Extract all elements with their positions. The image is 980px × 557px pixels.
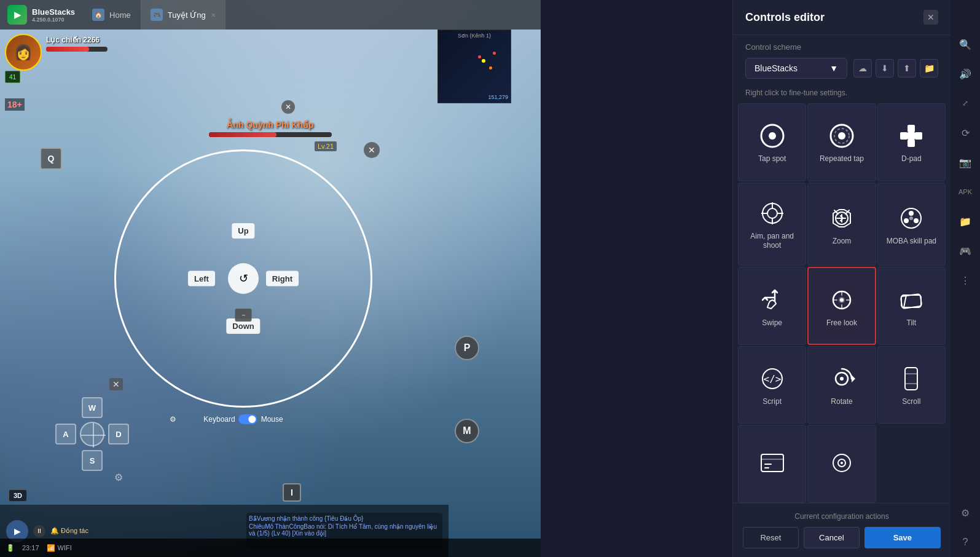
- sidebar-fullscreen-icon[interactable]: ⤢: [955, 93, 975, 113]
- control-script[interactable]: </> Script: [738, 346, 806, 424]
- sidebar-rotate-icon[interactable]: ⟳: [955, 123, 975, 143]
- sidebar-help-icon[interactable]: ?: [955, 532, 975, 552]
- scheme-cloud-icon[interactable]: ☁: [853, 59, 872, 77]
- notification-close[interactable]: ✕: [281, 100, 295, 114]
- control-free-look[interactable]: Free look: [807, 267, 876, 345]
- control-rotate[interactable]: Rotate: [807, 346, 876, 424]
- reset-button[interactable]: Reset: [743, 527, 799, 548]
- chat-line-2: ChiêuMô ThànCôngBao nói: Di Tích Hổ Tâm,…: [249, 523, 440, 537]
- wasd-w-btn[interactable]: W: [82, 397, 103, 418]
- sidebar-gamepad-icon[interactable]: 🎮: [955, 241, 975, 261]
- logo-text: BlueStacks 4.250.0.1070: [32, 7, 75, 23]
- dpad-minus-btn[interactable]: －: [235, 309, 252, 322]
- logo-icon: ▶: [7, 5, 27, 25]
- sidebar-search-icon[interactable]: 🔍: [955, 34, 975, 54]
- control-zoom[interactable]: Zoom: [807, 183, 876, 266]
- wasd-settings-icon[interactable]: ⚙: [114, 472, 123, 483]
- sidebar-screenshot-icon[interactable]: 📷: [955, 152, 975, 172]
- player-avatar: 👩: [5, 34, 42, 71]
- player-hp-fill: [46, 47, 89, 52]
- keyboard-mouse-switch[interactable]: [239, 414, 257, 424]
- tab-close-icon[interactable]: ✕: [211, 12, 216, 18]
- svg-line-28: [904, 295, 906, 307]
- control-repeated-tap[interactable]: Repeated tap: [807, 103, 876, 181]
- dpad-circle-overlay: ✕ Up Down Left Right ↺ － ⚙ Keyboard Mous…: [114, 149, 372, 408]
- pause-button[interactable]: ⏸: [33, 525, 45, 537]
- dpad-up-btn[interactable]: Up: [232, 223, 254, 239]
- game-icon: 🎮: [151, 9, 163, 21]
- i-button[interactable]: I: [283, 483, 301, 502]
- script-label: Script: [762, 397, 782, 407]
- wasd-close-icon[interactable]: ✕: [109, 378, 123, 390]
- app-version: 4.250.0.1070: [32, 17, 75, 23]
- moba-skill-pad-label: MOBA skill pad: [887, 237, 936, 247]
- m-button[interactable]: M: [455, 419, 479, 443]
- wasd-a-btn[interactable]: A: [55, 424, 76, 444]
- extra-1-icon: [759, 449, 786, 476]
- scheme-upload-icon[interactable]: ⬆: [898, 59, 916, 77]
- svg-point-42: [841, 462, 843, 464]
- sidebar-volume-icon[interactable]: 🔊: [955, 64, 975, 84]
- scheme-dropdown[interactable]: BlueStacks ▼: [745, 58, 847, 79]
- swipe-label: Swipe: [762, 318, 782, 328]
- free-look-icon: [828, 286, 855, 314]
- cancel-button[interactable]: Cancel: [804, 527, 860, 548]
- q-button[interactable]: Q: [40, 148, 62, 170]
- enemy-level: Lv.21: [315, 141, 337, 151]
- chat-text-1: BắVương nhận thành công {Tiêu Đầu Ôp}: [249, 515, 363, 522]
- wasd-d-btn[interactable]: D: [108, 424, 129, 444]
- bottom-status: 🔔 Đồng tác: [50, 527, 241, 535]
- settings-cog-icon[interactable]: ⚙: [170, 415, 176, 424]
- tap-spot-icon: [759, 122, 786, 149]
- svg-point-22: [904, 218, 909, 223]
- wasd-s-btn[interactable]: S: [82, 450, 103, 471]
- enemy-name: Ảnh Quỳnh Phi Khấp: [227, 120, 313, 130]
- control-aim-pan-shoot[interactable]: Aim, pan and shoot: [738, 183, 806, 266]
- sidebar-folder-icon[interactable]: 📁: [955, 211, 975, 231]
- game-area: ▶ BlueStacks 4.250.0.1070 🏠 Home 🎮 Tuyệt…: [0, 0, 541, 557]
- top-bar: ▶ BlueStacks 4.250.0.1070 🏠 Home 🎮 Tuyệt…: [0, 0, 541, 30]
- rotate-icon: [828, 365, 855, 392]
- 3d-badge[interactable]: 3D: [9, 489, 27, 502]
- minimap-dot-3: [493, 52, 496, 55]
- control-moba-skill-pad[interactable]: MOBA skill pad: [877, 183, 946, 266]
- svg-marker-34: [852, 375, 855, 382]
- config-actions-label: Current configuration actions: [743, 512, 941, 521]
- moba-icon: [898, 205, 925, 232]
- control-extra-1[interactable]: [738, 425, 806, 503]
- app-name: BlueStacks: [32, 7, 75, 17]
- sidebar-apk-icon[interactable]: APK: [955, 182, 975, 202]
- repeated-tap-icon: [828, 122, 855, 149]
- tab-game-label: Tuyệt Ứng: [168, 10, 206, 20]
- editor-footer: Current configuration actions Reset Canc…: [733, 503, 951, 557]
- mouse-label: Mouse: [261, 415, 283, 424]
- script-icon: </>: [759, 365, 786, 392]
- dpad-center-btn[interactable]: ↺: [228, 263, 259, 294]
- svg-rect-7: [907, 125, 915, 132]
- editor-close-btn[interactable]: ✕: [923, 10, 938, 25]
- dpad-left-btn[interactable]: Left: [188, 271, 215, 286]
- svg-point-13: [767, 208, 777, 218]
- tab-game[interactable]: 🎮 Tuyệt Ứng ✕: [141, 0, 225, 30]
- dpad-right-btn[interactable]: Right: [266, 271, 299, 286]
- tap-spot-label: Tap spot: [758, 154, 786, 164]
- control-tilt[interactable]: Tilt: [877, 267, 946, 345]
- svg-point-5: [838, 132, 845, 140]
- scheme-download-icon[interactable]: ⬇: [876, 59, 894, 77]
- control-tap-spot[interactable]: Tap spot: [738, 103, 806, 181]
- control-swipe[interactable]: Swipe: [738, 267, 806, 345]
- sidebar-dots-icon[interactable]: ⋮: [955, 271, 975, 290]
- scroll-icon: [898, 365, 925, 392]
- dpad-icon: [898, 122, 925, 149]
- scheme-folder-icon[interactable]: 📁: [920, 59, 938, 77]
- p-button[interactable]: P: [455, 336, 479, 360]
- control-dpad[interactable]: D-pad: [877, 103, 946, 181]
- sidebar-settings-icon[interactable]: ⚙: [955, 503, 975, 523]
- svg-point-33: [840, 377, 844, 381]
- control-scroll[interactable]: Scroll: [877, 346, 946, 424]
- control-extra-2[interactable]: [807, 425, 876, 503]
- save-button[interactable]: Save: [864, 527, 941, 548]
- circle-close-btn[interactable]: ✕: [364, 142, 380, 158]
- tab-home[interactable]: 🏠 Home: [82, 0, 141, 30]
- svg-rect-9: [900, 132, 907, 140]
